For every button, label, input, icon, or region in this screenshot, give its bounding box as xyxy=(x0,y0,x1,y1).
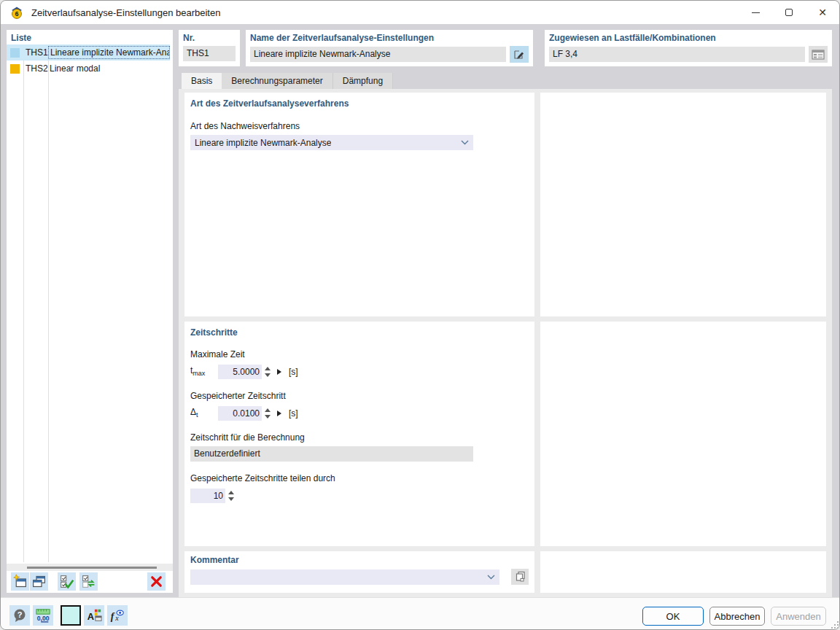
chevron-down-icon xyxy=(461,140,469,145)
tab-daempfung[interactable]: Dämpfung xyxy=(333,73,393,89)
timesteps-section: Zeitschritte Maximale Zeit tmax 5.0000 [… xyxy=(184,322,534,546)
comment-copy-button[interactable] xyxy=(511,569,529,585)
spin-up-button[interactable] xyxy=(264,366,271,370)
nr-field[interactable]: THS1 xyxy=(183,46,236,61)
function-fx-icon: f x xyxy=(109,607,125,623)
title-bar: 6 Zeitverlaufsanalyse-Einstellungen bear… xyxy=(1,1,839,24)
svg-text:x: x xyxy=(114,614,119,622)
assigned-field[interactable]: LF 3,4 xyxy=(549,47,805,62)
saved-step-unit: [s] xyxy=(289,408,298,419)
saved-step-label: Gespeicherter Zeitschritt xyxy=(190,391,529,401)
select-all-icon xyxy=(59,574,74,589)
edit-name-button[interactable] xyxy=(510,46,529,63)
close-button[interactable]: ✕ xyxy=(806,1,839,24)
tab-page-basis: Art des Zeitverlaufsanalyseverfahrens Ar… xyxy=(179,89,832,597)
arrow-right-icon xyxy=(277,369,281,375)
spin-down-button[interactable] xyxy=(228,497,234,501)
horizontal-scrollbar[interactable] xyxy=(7,564,173,571)
dropdown-value: Lineare implizite Newmark-Analyse xyxy=(195,138,331,148)
comment-section: Kommentar xyxy=(184,551,534,593)
arrow-right-icon xyxy=(277,411,281,416)
timesteps-side-panel xyxy=(540,322,826,546)
new-item-button[interactable] xyxy=(11,572,29,591)
divide-label: Gespeicherte Zeitschritte teilen durch xyxy=(190,473,529,483)
list-item-ths1[interactable]: THS1 Lineare implizite Newmark-Analyse xyxy=(7,44,170,61)
comment-section-title: Kommentar xyxy=(190,555,529,565)
svg-text:f: f xyxy=(111,611,115,622)
divide-input[interactable]: 10 xyxy=(190,489,225,503)
chevron-down-icon xyxy=(487,575,495,580)
slider-arrow-button[interactable] xyxy=(277,369,281,375)
slider-arrow-button[interactable] xyxy=(277,411,281,416)
method-section-title: Art des Zeitverlaufsanalyseverfahrens xyxy=(190,98,529,109)
calc-step-label: Zeitschritt für die Berechnung xyxy=(190,432,529,443)
max-time-symbol: tmax xyxy=(190,365,218,377)
name-panel: Name der Zeitverlaufsanalyse-Einstellung… xyxy=(246,30,533,66)
select-all-button[interactable] xyxy=(58,572,76,591)
list-toolbar xyxy=(7,572,173,591)
display-settings-icon: A xyxy=(86,607,102,623)
maximize-button[interactable] xyxy=(772,1,806,24)
minimize-button[interactable] xyxy=(739,1,772,24)
close-icon: ✕ xyxy=(818,7,827,18)
delete-icon xyxy=(149,575,163,588)
list-dialog-icon xyxy=(812,50,825,60)
saved-step-symbol: Δt xyxy=(190,407,218,419)
item-id: THS2 xyxy=(23,63,48,74)
spin-up-icon xyxy=(228,491,234,494)
list-panel: Liste THS1 Lineare implizite Newmark-Ana… xyxy=(7,30,173,593)
list-item-ths2[interactable]: THS2 Linear modal xyxy=(7,61,170,77)
saved-step-input[interactable]: 0.0100 xyxy=(218,406,262,421)
help-button[interactable]: ? xyxy=(9,605,30,626)
apply-button[interactable]: Anwenden xyxy=(771,607,826,626)
delete-item-button[interactable] xyxy=(147,572,166,591)
svg-text:A: A xyxy=(88,611,94,622)
color-swatch-button[interactable] xyxy=(61,605,81,626)
item-id: THS1 xyxy=(23,47,48,58)
item-name: Linear modal xyxy=(48,63,170,74)
copy-pages-icon xyxy=(514,571,526,583)
timesteps-section-title: Zeitschritte xyxy=(190,327,529,338)
method-section: Art des Zeitverlaufsanalyseverfahrens Ar… xyxy=(184,93,534,316)
spin-up-button[interactable] xyxy=(264,408,271,412)
analysis-method-dropdown[interactable]: Lineare implizite Newmark-Analyse xyxy=(190,135,473,150)
nr-label: Nr. xyxy=(183,33,236,43)
max-time-label: Maximale Zeit xyxy=(190,349,529,359)
ok-button[interactable]: OK xyxy=(642,607,704,626)
name-field[interactable]: Lineare implizite Newmark-Analyse xyxy=(250,47,506,62)
minimize-icon xyxy=(752,12,760,13)
help-icon: ? xyxy=(12,608,27,623)
spin-down-button[interactable] xyxy=(264,414,271,419)
item-color-swatch xyxy=(7,48,23,58)
tab-berechnungsparameter[interactable]: Berechnungsparameter xyxy=(222,73,332,89)
tab-basis[interactable]: Basis xyxy=(182,73,222,89)
spin-down-icon xyxy=(265,415,271,419)
function-button[interactable]: f x xyxy=(107,605,128,626)
spin-up-button[interactable] xyxy=(228,490,234,494)
item-name: Lineare implizite Newmark-Analyse xyxy=(48,46,170,59)
copy-window-icon xyxy=(31,574,47,589)
spin-up-icon xyxy=(265,367,271,370)
cancel-button[interactable]: Abbrechen xyxy=(709,607,765,626)
list-title: Liste xyxy=(11,33,31,43)
method-field-label: Art des Nachweisverfahrens xyxy=(190,121,529,131)
spin-down-icon xyxy=(228,497,234,501)
invert-selection-button[interactable] xyxy=(79,572,98,591)
comment-dropdown[interactable] xyxy=(190,569,499,585)
maximize-icon xyxy=(785,9,793,16)
calc-step-field[interactable]: Benutzerdefiniert xyxy=(190,446,473,462)
scrollbar-thumb[interactable] xyxy=(27,567,157,569)
svg-text:0,00: 0,00 xyxy=(37,615,50,622)
invert-selection-icon xyxy=(81,574,96,589)
resize-grip[interactable] xyxy=(831,621,839,629)
copy-item-button[interactable] xyxy=(30,572,48,591)
max-time-unit: [s] xyxy=(289,367,298,377)
units-settings-button[interactable]: 0,00 xyxy=(33,605,53,626)
pencil-icon xyxy=(513,49,525,61)
select-loadcases-button[interactable] xyxy=(809,46,828,63)
bottom-bar: ? 0,00 A f x xyxy=(1,597,840,630)
display-settings-button[interactable]: A xyxy=(84,605,104,626)
list-column-separator xyxy=(23,44,24,562)
max-time-input[interactable]: 5.0000 xyxy=(218,365,262,379)
spin-down-button[interactable] xyxy=(264,373,271,377)
